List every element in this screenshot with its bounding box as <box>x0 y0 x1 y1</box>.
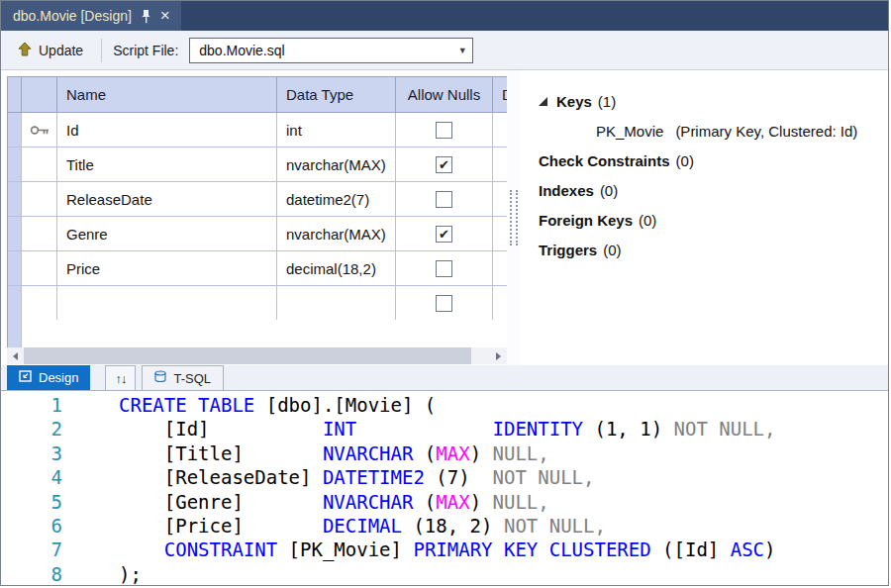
allow-nulls-checkbox[interactable] <box>436 295 452 312</box>
design-pane-icon <box>19 370 32 385</box>
column-name-cell[interactable]: ReleaseDate <box>57 182 277 217</box>
update-button[interactable]: Update <box>11 38 90 63</box>
default-cell[interactable] <box>493 182 507 217</box>
tree-child-item[interactable]: PK_Movie(Primary Key, Clustered: Id) <box>539 116 888 146</box>
allow-nulls-cell <box>396 286 493 320</box>
pin-icon[interactable] <box>141 9 151 24</box>
allow-nulls-cell <box>396 113 493 147</box>
allow-nulls-checkbox[interactable] <box>436 260 452 277</box>
tree-item-keys[interactable]: Keys(1) <box>539 86 888 116</box>
grid-header-name[interactable]: Name <box>57 77 277 113</box>
designer-main-area: Name Data Type Allow Nulls Default Idint… <box>1 70 888 365</box>
row-icon-cell <box>22 251 57 286</box>
tab-tsql[interactable]: T-SQL <box>142 365 224 390</box>
row-icon-cell <box>22 147 57 182</box>
data-type-cell[interactable]: int <box>277 113 396 147</box>
tree-item-label: Check Constraints <box>539 152 670 169</box>
data-type-cell[interactable] <box>277 286 396 320</box>
row-header-cell[interactable] <box>8 217 22 251</box>
swap-order-icon: ↑↓ <box>115 371 126 386</box>
tab-tsql-label: T-SQL <box>173 371 211 386</box>
allow-nulls-checkbox[interactable]: ✔ <box>436 226 452 243</box>
tsql-editor[interactable]: 1CREATE TABLE [dbo].[Movie] (2 [Id] INT … <box>1 391 888 585</box>
column-name-cell[interactable] <box>57 286 277 320</box>
scroll-right-arrow-icon <box>496 352 501 360</box>
tree-item-check-constraints[interactable]: Check Constraints(0) <box>539 146 888 175</box>
row-header-cell[interactable] <box>8 113 22 147</box>
table-row: ReleaseDatedatetime2(7) <box>8 182 507 217</box>
expander-triangle-icon[interactable] <box>539 97 547 106</box>
default-cell[interactable] <box>493 147 507 182</box>
update-arrow-icon <box>18 42 32 59</box>
document-tab-bar: dbo.Movie [Design] × <box>1 1 888 31</box>
row-header-cell[interactable] <box>8 251 22 286</box>
default-cell[interactable] <box>493 286 507 320</box>
close-icon[interactable]: × <box>160 7 170 24</box>
tree-item-foreign-keys[interactable]: Foreign Keys(0) <box>539 205 888 235</box>
code-text: ); <box>119 562 142 585</box>
data-type-cell[interactable]: nvarchar(MAX) <box>277 147 396 182</box>
row-header-cell[interactable] <box>8 182 22 217</box>
chevron-down-icon[interactable]: ▼ <box>452 46 472 55</box>
allow-nulls-checkbox[interactable] <box>436 191 452 208</box>
row-icon-cell <box>22 182 57 217</box>
default-cell[interactable] <box>493 251 507 286</box>
table-properties-panel: Keys(1)PK_Movie(Primary Key, Clustered: … <box>521 70 888 365</box>
table-row <box>8 286 507 320</box>
allow-nulls-checkbox[interactable] <box>436 122 452 139</box>
tree-item-indexes[interactable]: Indexes(0) <box>539 175 888 205</box>
data-type-cell[interactable]: datetime2(7) <box>277 182 396 217</box>
script-file-combobox[interactable]: dbo.Movie.sql ▼ <box>189 38 473 63</box>
tab-design[interactable]: Design <box>7 365 90 390</box>
grid-header-data-type[interactable]: Data Type <box>277 77 396 113</box>
document-tab[interactable]: dbo.Movie [Design] × <box>1 1 181 31</box>
grid-corner-cell[interactable] <box>8 77 22 113</box>
tree-item-count: (0) <box>603 242 621 258</box>
row-icon-cell <box>22 113 57 147</box>
code-text: CREATE TABLE [dbo].[Movie] ( <box>119 393 436 417</box>
column-name-cell[interactable]: Genre <box>57 217 277 251</box>
table-row: Genrenvarchar(MAX)✔ <box>8 217 507 251</box>
column-name-cell[interactable]: Title <box>57 147 277 182</box>
code-line: 7 CONSTRAINT [PK_Movie] PRIMARY KEY CLUS… <box>1 538 888 561</box>
default-cell[interactable] <box>493 217 507 251</box>
code-line: 1CREATE TABLE [dbo].[Movie] ( <box>1 393 888 417</box>
columns-designer: Name Data Type Allow Nulls Default Idint… <box>1 70 507 365</box>
default-cell[interactable] <box>493 113 507 147</box>
column-name-cell[interactable]: Price <box>57 251 277 286</box>
column-name-cell[interactable]: Id <box>57 113 277 147</box>
row-header-cell[interactable] <box>8 286 22 320</box>
table-row: Titlenvarchar(MAX)✔ <box>8 147 507 182</box>
tree-item-count: (1) <box>598 93 616 110</box>
code-line: 5 [Genre] NVARCHAR (MAX) NULL, <box>1 490 888 514</box>
tree-item-label: Keys <box>556 93 592 110</box>
tree-item-label: Indexes <box>539 182 594 199</box>
scroll-left-button[interactable] <box>7 347 24 364</box>
code-text: [Title] NVARCHAR (MAX) NULL, <box>119 441 549 465</box>
table-row: Idint <box>8 113 507 147</box>
tree-item-count: (0) <box>639 212 656 229</box>
code-text: CONSTRAINT [PK_Movie] PRIMARY KEY CLUSTE… <box>119 538 776 561</box>
code-text: [ReleaseDate] DATETIME2 (7) NOT NULL, <box>119 465 594 489</box>
scroll-right-button[interactable] <box>490 347 507 364</box>
line-number: 8 <box>1 562 62 585</box>
allow-nulls-checkbox[interactable]: ✔ <box>436 156 452 173</box>
swap-panes-button[interactable]: ↑↓ <box>105 365 136 390</box>
code-text: [Genre] NVARCHAR (MAX) NULL, <box>119 490 549 514</box>
tsql-script-icon <box>154 370 166 386</box>
tree-item-count: (0) <box>600 182 618 199</box>
tree-item-triggers[interactable]: Triggers(0) <box>539 235 888 264</box>
tab-design-label: Design <box>39 370 78 385</box>
row-header-cell[interactable] <box>8 147 22 182</box>
data-type-cell[interactable]: decimal(18,2) <box>277 251 396 286</box>
grid-header-allow-nulls[interactable]: Allow Nulls <box>396 77 493 113</box>
primary-key-icon <box>30 122 50 139</box>
update-button-label: Update <box>39 43 83 58</box>
vertical-splitter[interactable] <box>507 70 521 365</box>
line-number: 6 <box>1 514 62 538</box>
grid-header-default[interactable]: Default <box>493 77 507 113</box>
data-type-cell[interactable]: nvarchar(MAX) <box>277 217 396 251</box>
scrollbar-thumb[interactable] <box>24 347 471 364</box>
code-line: 8); <box>1 562 888 585</box>
horizontal-scrollbar[interactable] <box>7 347 507 364</box>
